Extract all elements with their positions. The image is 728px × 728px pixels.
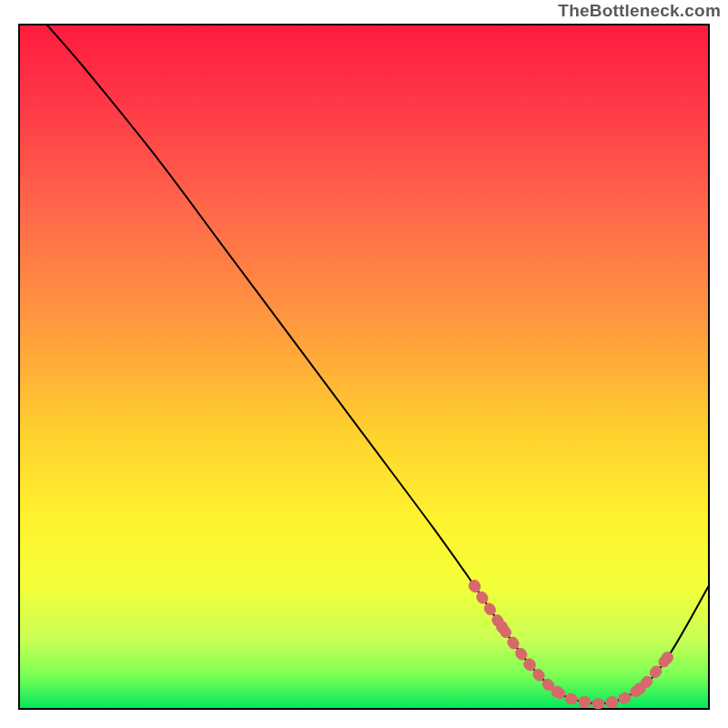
- gradient-background: [19, 25, 709, 709]
- chart-frame: TheBottleneck.com: [0, 0, 728, 728]
- highlight-dot: [634, 682, 646, 694]
- highlight-dot: [579, 696, 591, 708]
- bottleneck-chart: [0, 0, 728, 728]
- highlight-dot: [551, 686, 563, 698]
- highlight-dot: [606, 696, 618, 708]
- watermark-label: TheBottleneck.com: [558, 1, 721, 21]
- highlight-dot: [662, 652, 673, 663]
- highlight-dot: [469, 580, 480, 592]
- highlight-dot: [496, 621, 508, 632]
- highlight-dot: [523, 659, 535, 671]
